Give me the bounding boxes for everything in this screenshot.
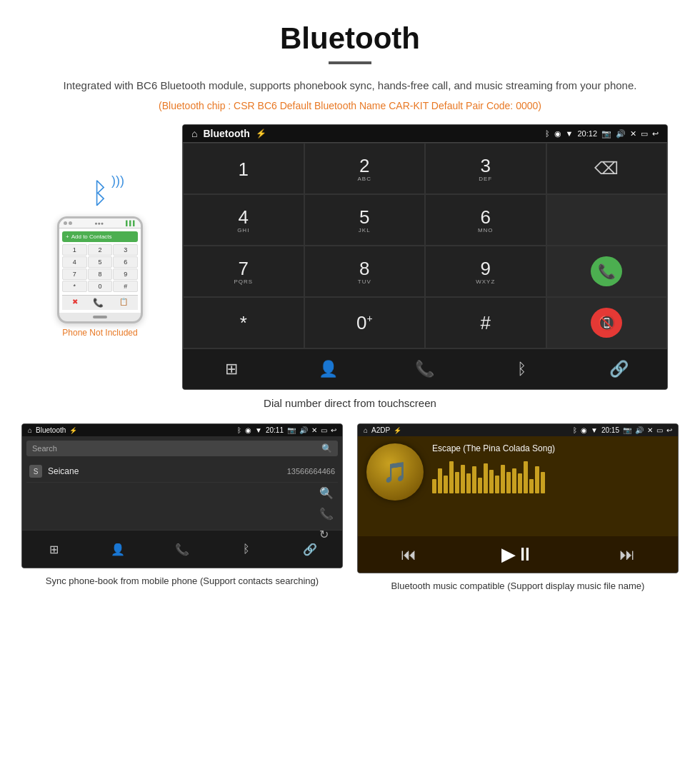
play-pause-button[interactable]: ▶⏸ xyxy=(501,543,534,566)
bottom-screenshots-row: ⌂ Bluetooth ⚡ ᛒ ◉ ▼ 20:11 📷 🔊 ✕ ▭ ↩ xyxy=(0,423,700,593)
key-1[interactable]: 1 xyxy=(183,143,304,194)
eq-bar xyxy=(438,468,442,493)
music-screenshot: ⌂ A2DP ⚡ ᛒ ◉ ▼ 20:15 📷 🔊 ✕ ▭ ↩ xyxy=(357,423,679,593)
pb-bottom-nav: ⊞ 👤 📞 ᛒ 🔗 xyxy=(22,530,342,568)
music-usb-icon: ⚡ xyxy=(394,427,401,434)
key-5[interactable]: 5JKL xyxy=(304,194,426,246)
call-green-button[interactable]: 📞 xyxy=(546,246,668,297)
next-button[interactable]: ⏭ xyxy=(619,546,635,564)
pb-nav-bt-icon[interactable]: ᛒ xyxy=(231,536,262,562)
pb-loc-icon: ◉ xyxy=(245,426,251,434)
pb-usb-icon: ⚡ xyxy=(69,427,77,434)
phonebook-screenshot: ⌂ Bluetooth ⚡ ᛒ ◉ ▼ 20:11 📷 🔊 ✕ ▭ ↩ xyxy=(21,423,343,593)
pb-home-icon[interactable]: ⌂ xyxy=(28,426,32,434)
equalizer xyxy=(432,458,669,493)
pb-search-bar[interactable]: Search 🔍 xyxy=(26,441,338,456)
pb-contact-name: Seicane xyxy=(48,466,79,476)
pb-side-search-icon[interactable]: 🔍 xyxy=(319,486,334,500)
pb-content: Search 🔍 S Seicane 13566664466 🔍 📞 xyxy=(22,436,342,568)
grid-nav-icon[interactable]: ⊞ xyxy=(216,356,247,382)
eq-bar xyxy=(529,479,534,493)
music-status-bar: ⌂ A2DP ⚡ ᛒ ◉ ▼ 20:15 📷 🔊 ✕ ▭ ↩ xyxy=(358,424,678,436)
key-8[interactable]: 8TUV xyxy=(304,246,426,297)
status-bar: ⌂ Bluetooth ⚡ ᛒ ◉ ▼ 20:12 📷 🔊 ✕ ▭ ↩ xyxy=(183,125,667,142)
phone-mockup: ●●● ▌▌▌ +Add to Contacts 123 456 789 *0#… xyxy=(57,216,143,323)
music-home-icon[interactable]: ⌂ xyxy=(364,426,368,434)
pb-window-icon[interactable]: ▭ xyxy=(321,426,327,434)
specs-text: (Bluetooth chip : CSR BC6 Default Blueto… xyxy=(0,100,700,111)
pb-search-icon: 🔍 xyxy=(321,443,332,453)
eq-bar xyxy=(472,466,476,493)
pb-close-icon[interactable]: ✕ xyxy=(311,426,317,434)
music-window-icon[interactable]: ▭ xyxy=(656,426,663,434)
back-icon[interactable]: ↩ xyxy=(652,129,659,139)
close-icon[interactable]: ✕ xyxy=(630,129,636,139)
pb-status-bar: ⌂ Bluetooth ⚡ ᛒ ◉ ▼ 20:11 📷 🔊 ✕ ▭ ↩ xyxy=(22,424,342,436)
album-art: 🎵 xyxy=(366,443,424,501)
music-title-label: A2DP xyxy=(371,426,390,434)
pb-side-phone-icon[interactable]: 📞 xyxy=(319,507,334,521)
pb-back-icon[interactable]: ↩ xyxy=(331,426,336,434)
pb-nav-phone-icon[interactable]: 📞 xyxy=(166,536,198,562)
pb-contact-row: S Seicane 13566664466 xyxy=(26,461,338,483)
music-frame: ⌂ A2DP ⚡ ᛒ ◉ ▼ 20:15 📷 🔊 ✕ ▭ ↩ xyxy=(357,423,679,573)
eq-bar xyxy=(478,478,482,493)
call-red-button[interactable]: 📵 xyxy=(546,297,668,348)
dial-screen: ⌂ Bluetooth ⚡ ᛒ ◉ ▼ 20:12 📷 🔊 ✕ ▭ ↩ 1 2A… xyxy=(182,124,668,390)
dial-caption: Dial number direct from touchscreen xyxy=(0,397,700,409)
prev-button[interactable]: ⏮ xyxy=(401,546,416,564)
music-signal-icon: ▼ xyxy=(591,426,598,434)
eq-bar xyxy=(461,465,465,493)
music-caption: Bluetooth music compatible (Support disp… xyxy=(357,579,679,593)
music-close-icon[interactable]: ✕ xyxy=(647,426,653,434)
wifi-signal-icon: ))) xyxy=(111,174,124,189)
phone-nav-icon[interactable]: 📞 xyxy=(409,356,441,382)
bluetooth-nav-icon[interactable]: ᛒ xyxy=(506,356,538,382)
eq-bar xyxy=(541,472,545,493)
key-hash[interactable]: # xyxy=(425,297,546,348)
eq-bar xyxy=(495,476,499,493)
page-title: Bluetooth xyxy=(0,0,700,61)
pb-bt-icon: ᛒ xyxy=(237,426,241,434)
eq-bar xyxy=(432,479,436,493)
music-camera-icon: 📷 xyxy=(623,426,631,434)
time-display: 20:12 xyxy=(577,129,597,138)
key-3[interactable]: 3DEF xyxy=(425,143,546,194)
eq-bar xyxy=(524,461,528,493)
link-nav-icon[interactable]: 🔗 xyxy=(603,356,634,382)
eq-bar xyxy=(444,476,448,493)
bottom-nav-bar: ⊞ 👤 📞 ᛒ 🔗 xyxy=(183,348,667,389)
key-0[interactable]: 0+ xyxy=(304,297,426,348)
phonebook-frame: ⌂ Bluetooth ⚡ ᛒ ◉ ▼ 20:11 📷 🔊 ✕ ▭ ↩ xyxy=(21,423,343,568)
screen-title-label: Bluetooth xyxy=(203,128,249,139)
key-2[interactable]: 2ABC xyxy=(304,143,426,194)
volume-icon: 🔊 xyxy=(616,129,626,139)
pb-signal-icon: ▼ xyxy=(255,426,262,434)
music-controls: ⏮ ▶⏸ ⏭ xyxy=(358,536,678,573)
backspace-key[interactable]: ⌫ xyxy=(546,143,668,194)
music-back-icon[interactable]: ↩ xyxy=(666,426,672,434)
pb-nav-user-icon[interactable]: 👤 xyxy=(102,536,134,562)
eq-bar xyxy=(535,466,539,493)
contacts-nav-icon[interactable]: 👤 xyxy=(312,356,344,382)
pb-side-refresh-icon[interactable]: ↻ xyxy=(319,528,334,541)
key-6[interactable]: 6MNO xyxy=(425,194,546,246)
title-divider xyxy=(329,61,371,64)
home-icon[interactable]: ⌂ xyxy=(191,128,197,139)
phone-not-included-label: Phone Not Included xyxy=(62,328,137,338)
music-content: 🎵 Escape (The Pina Colada Song) xyxy=(358,436,678,536)
key-4[interactable]: 4GHI xyxy=(183,194,304,246)
window-icon[interactable]: ▭ xyxy=(641,129,648,139)
pb-nav-grid-icon[interactable]: ⊞ xyxy=(39,536,70,562)
key-9[interactable]: 9WXYZ xyxy=(425,246,546,297)
empty-cell-1 xyxy=(546,194,668,246)
eq-bar xyxy=(512,468,516,493)
eq-bar xyxy=(489,470,494,493)
pb-title: Bluetooth xyxy=(36,426,66,434)
music-loc-icon: ◉ xyxy=(581,426,587,434)
bluetooth-status-icon: ᛒ xyxy=(545,129,550,138)
location-icon: ◉ xyxy=(554,129,561,139)
phone-illustration: ᛒ ))) ●●● ▌▌▌ +Add to Contacts 123 456 7… xyxy=(32,177,168,338)
key-7[interactable]: 7PQRS xyxy=(183,246,304,297)
key-star[interactable]: * xyxy=(183,297,304,348)
